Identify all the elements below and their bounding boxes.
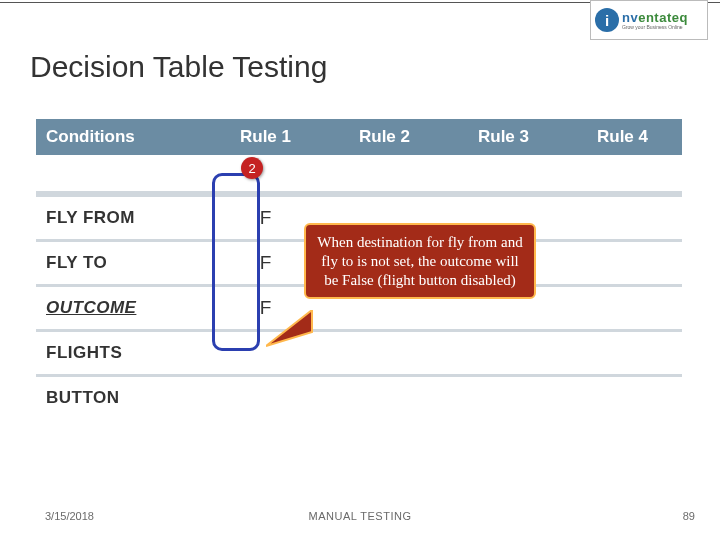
footer-page-number: 89 <box>683 510 695 522</box>
step-badge-2: 2 <box>241 157 263 179</box>
header-conditions: Conditions <box>36 127 206 147</box>
logo-badge: i <box>595 8 619 32</box>
label-flights: FLIGHTS <box>36 343 206 363</box>
footer-center: MANUAL TESTING <box>0 510 720 522</box>
label-fly-from: FLY FROM <box>36 208 206 228</box>
callout-box: When destination for fly from and fly to… <box>304 223 536 299</box>
label-button: BUTTON <box>36 388 206 408</box>
svg-marker-0 <box>266 310 312 346</box>
row-flights: FLIGHTS <box>36 332 682 374</box>
header-rule1: Rule 1 <box>206 127 325 147</box>
label-outcome: OUTCOME <box>36 298 206 318</box>
header-rule2: Rule 2 <box>325 127 444 147</box>
table-header: Conditions Rule 1 Rule 2 Rule 3 Rule 4 <box>36 119 682 155</box>
header-rule3: Rule 3 <box>444 127 563 147</box>
header-rule4: Rule 4 <box>563 127 682 147</box>
logo-tagline: Grow your Business Online <box>622 25 688 30</box>
logo-name: nventateq <box>622 11 688 24</box>
slide-title: Decision Table Testing <box>30 50 327 84</box>
label-fly-to: FLY TO <box>36 253 206 273</box>
row-button: BUTTON <box>36 377 682 419</box>
brand-logo: i nventateq Grow your Business Online <box>590 0 708 40</box>
